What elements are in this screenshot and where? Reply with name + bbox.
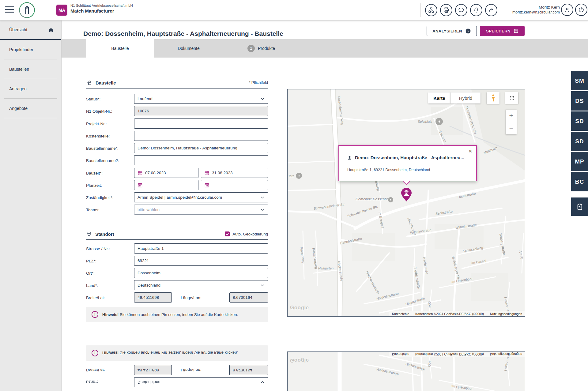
rail-clipboard-button[interactable]	[571, 197, 588, 216]
header-divider-right	[420, 3, 420, 17]
user-info[interactable]: Moritz Kern moritz.kern@n1circular.com	[496, 5, 560, 15]
ort-field[interactable]	[134, 268, 268, 278]
row-bauzeit: Bauzeit*: 07.08.2023 31.08.2023	[86, 168, 268, 178]
strasse-field[interactable]	[134, 243, 268, 254]
company-name: N1 Schüttgut-Vertriebsgesellschaft mbH	[70, 4, 133, 7]
checkbox-checked-icon[interactable]	[225, 231, 230, 236]
bauzeit-to-field[interactable]: 31.08.2023	[201, 168, 268, 178]
share-icon[interactable]	[485, 4, 497, 16]
pegman-button[interactable]	[487, 92, 499, 104]
rail-tab-sd1[interactable]: SD	[571, 111, 588, 131]
sidebar-item-label: Baustellen	[9, 67, 29, 72]
plz-field[interactable]	[134, 256, 268, 266]
baustellenname2-field[interactable]	[134, 155, 268, 165]
section-standort: Standort Auto. Geokodierung	[86, 228, 268, 240]
projekt-nr-field[interactable]	[134, 118, 268, 129]
map-data-text: Kartendaten ©2024 GeoBasis-DE/BKG (©2009…	[415, 312, 484, 316]
required-hint: * Pflichtfeld	[249, 81, 268, 85]
calendar-icon	[204, 170, 209, 175]
account-icon[interactable]	[561, 4, 573, 16]
rail-tab-label: SD	[575, 138, 584, 145]
chevron-down-icon	[260, 97, 265, 101]
zoom-out-button[interactable]: −	[506, 122, 517, 134]
map-roads	[288, 89, 525, 316]
google-logo[interactable]: Google	[290, 305, 309, 311]
street-label: latz	[289, 174, 294, 178]
karte-label: Karte	[433, 96, 445, 101]
rail-tab-sm[interactable]: SM	[571, 71, 588, 90]
sidebar-item-projektfinder[interactable]: Projektfinder	[0, 40, 61, 59]
print-icon[interactable]	[440, 4, 452, 16]
row-objekt-nr: N1 Objekt-Nr.:	[86, 106, 268, 116]
tab-baustelle[interactable]: Baustelle	[86, 39, 154, 58]
strasse-label: Strasse / Nr.:	[86, 246, 110, 251]
chevron-down-icon	[260, 195, 265, 200]
sidebar-item-anfragen[interactable]: Anfragen	[0, 79, 61, 99]
user-name: Moritz Kern	[496, 5, 560, 10]
geocode-toggle[interactable]: Auto. Geokodierung	[225, 231, 268, 236]
row-projekt-nr: Projekt-Nr.:	[86, 118, 268, 129]
bell-icon[interactable]	[470, 4, 482, 16]
sidebar-item-angebote[interactable]: Angebote	[0, 99, 61, 118]
planzeit-from-field[interactable]	[134, 180, 198, 190]
mirrored-hint-text: Hinweis! Sie können auch einen Pin setze…	[102, 351, 238, 355]
clipboard-icon	[576, 203, 583, 210]
rail-tab-bc[interactable]: BC	[571, 172, 588, 191]
terms-link[interactable]: Nutzungsbedingungen	[490, 312, 522, 316]
map-canvas[interactable]: Dossenheimer Weg Spielplatz Schauenburgs…	[287, 89, 525, 317]
mirrored-row-land: Land*: Deutschland	[86, 377, 268, 387]
sidebar-item-uebersicht[interactable]: Übersicht	[0, 20, 61, 40]
row-baustellenname2: Baustellenname2:	[86, 155, 268, 165]
teams-select[interactable]: bitte wählen	[134, 205, 268, 215]
land-select[interactable]: Deutschland	[134, 280, 268, 290]
sidebar-item-baustellen[interactable]: Baustellen	[0, 59, 61, 79]
bauzeit-from-field[interactable]: 07.08.2023	[134, 168, 198, 178]
status-select[interactable]: Laufend	[134, 94, 268, 104]
street-label: Hallgarten	[318, 266, 334, 270]
kostenstelle-field[interactable]	[134, 131, 268, 141]
rail-tab-label: SM	[575, 77, 584, 84]
sidebar-item-label: Angebote	[9, 106, 28, 111]
map-type-karte-button[interactable]: Karte	[428, 92, 450, 103]
analyze-button[interactable]: ANALYSIEREN	[427, 26, 477, 36]
playground-poi-icon[interactable]	[435, 118, 443, 125]
tab-produkte[interactable]: 2 Produkte	[241, 39, 281, 58]
site-marker-pin[interactable]	[401, 187, 412, 202]
analyze-button-label: ANALYSIEREN	[432, 29, 462, 33]
chevron-down-icon	[260, 283, 265, 288]
terms-text: Nutzungsbedingungen	[490, 353, 522, 356]
mirrored-breite-label: Breite/Lat:	[86, 368, 105, 372]
chat-icon[interactable]	[455, 4, 467, 16]
status-label: Status*:	[86, 96, 100, 101]
planzeit-to-field[interactable]	[201, 180, 268, 190]
tab-dokumente[interactable]: Dokumente	[173, 39, 204, 58]
sitemap-icon[interactable]	[425, 4, 437, 16]
zustaendigkeit-select[interactable]: Armin Speidel | armin.speidel@n1circular…	[134, 192, 268, 202]
menu-icon[interactable]	[5, 6, 14, 14]
land-value: Deutschland	[138, 283, 160, 288]
town-poi-icon	[388, 197, 393, 202]
tab-label: Baustelle	[111, 46, 129, 51]
close-icon[interactable]: ×	[469, 148, 472, 154]
map-hint-box: ! Hinweis! Sie können auch einen Pin set…	[86, 307, 268, 322]
map-type-hybrid-button[interactable]: Hybrid	[450, 92, 481, 103]
logout-power-icon[interactable]	[575, 4, 587, 16]
land-label: Land*:	[86, 283, 98, 288]
rail-tab-sd2[interactable]: SD	[571, 132, 588, 151]
save-button-label: SPEICHERN	[486, 29, 510, 33]
save-button[interactable]: SPEICHERN	[480, 26, 525, 36]
hybrid-label: Hybrid	[459, 96, 472, 101]
rail-tab-ds[interactable]: DS	[571, 91, 588, 111]
shortcuts-link[interactable]: Kurzbefehle	[392, 312, 409, 316]
tab-bar: Baustelle Dokumente 2 Produkte	[61, 39, 588, 58]
rail-tab-mp[interactable]: MP	[571, 152, 588, 171]
baustellenname-field[interactable]	[134, 143, 268, 153]
breite-field	[134, 292, 172, 303]
hint-text: Hinweis! Sie können auch einen Pin setze…	[102, 312, 238, 317]
n1-logo[interactable]	[18, 2, 36, 19]
fullscreen-button[interactable]	[505, 92, 518, 104]
place-label: Gemeinde Dossenheim	[356, 197, 392, 201]
objekt-nr-field	[134, 106, 268, 116]
location-pin-icon	[86, 231, 92, 237]
zoom-in-button[interactable]: +	[506, 110, 517, 122]
